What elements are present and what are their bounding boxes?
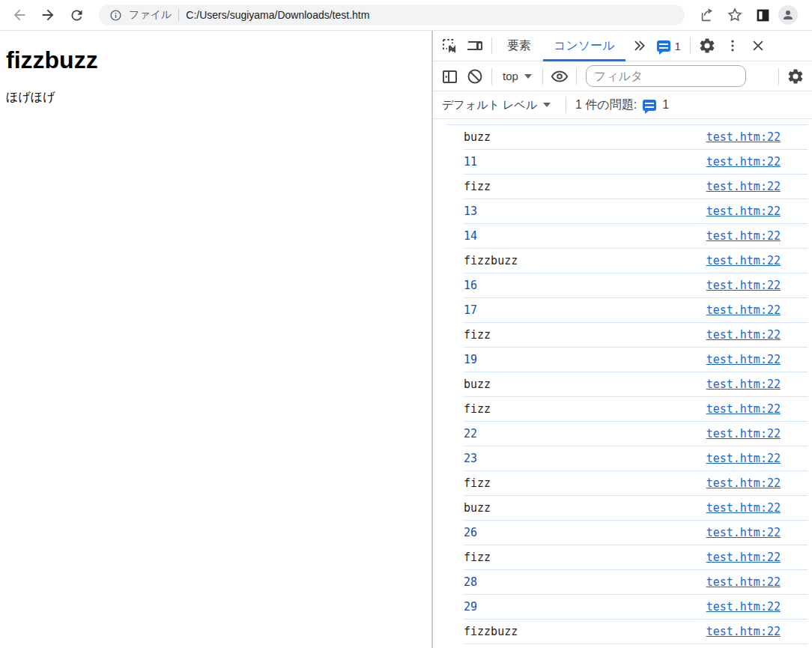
- devtools-menu-icon[interactable]: [721, 34, 745, 58]
- console-message[interactable]: 29: [464, 600, 477, 614]
- console-message[interactable]: 13: [464, 205, 477, 218]
- issues-summary[interactable]: 1 件の問題: 1: [575, 97, 669, 113]
- tab-elements[interactable]: 要素: [497, 31, 542, 61]
- tabbar-separator2: [690, 37, 691, 54]
- toolbar-separator2: [542, 68, 543, 85]
- console-source-link[interactable]: test.htm:22: [706, 526, 781, 539]
- devtools-close-icon[interactable]: [746, 34, 770, 58]
- inspect-element-icon[interactable]: [437, 34, 461, 58]
- devtools-settings-icon[interactable]: [695, 34, 719, 58]
- console-source-link[interactable]: test.htm:22: [706, 180, 781, 193]
- console-source-link[interactable]: test.htm:22: [706, 353, 781, 366]
- console-message[interactable]: 26: [464, 526, 477, 539]
- console-message[interactable]: fizz: [464, 180, 491, 193]
- console-message[interactable]: fizz: [464, 476, 491, 490]
- console-source-link[interactable]: test.htm:22: [706, 402, 781, 416]
- share-icon[interactable]: [695, 3, 719, 27]
- console-source-link[interactable]: test.htm:22: [706, 229, 781, 243]
- devtools-panel: 要素 コンソール 1: [431, 31, 812, 648]
- console-row: 16 test.htm:22: [464, 273, 808, 298]
- console-sidebar-icon[interactable]: [437, 64, 461, 88]
- console-source-link[interactable]: test.htm:22: [706, 575, 781, 589]
- console-source-link[interactable]: test.htm:22: [706, 551, 781, 564]
- console-message[interactable]: 14: [464, 229, 477, 243]
- console-message[interactable]: fizzbuzz: [464, 625, 518, 638]
- forward-icon[interactable]: [36, 3, 60, 27]
- address-bar[interactable]: ファイル C:/Users/sugiyama/Downloads/test.ht…: [99, 4, 685, 25]
- console-message[interactable]: buzz: [464, 501, 491, 515]
- console-message[interactable]: 28: [464, 575, 477, 589]
- console-source-link[interactable]: test.htm:22: [706, 254, 781, 267]
- issues-summary-label: 1 件の問題:: [575, 97, 637, 113]
- log-levels-select[interactable]: デフォルト レベル: [440, 98, 557, 112]
- console-source-link[interactable]: test.htm:22: [706, 205, 781, 218]
- back-icon[interactable]: [7, 3, 31, 27]
- console-message[interactable]: buzz: [464, 130, 491, 144]
- console-source-link[interactable]: test.htm:22: [706, 476, 781, 490]
- live-expression-eye-icon[interactable]: [548, 64, 572, 88]
- console-source-link[interactable]: test.htm:22: [706, 155, 781, 169]
- console-source-link[interactable]: test.htm:22: [706, 130, 781, 144]
- console-infobar: デフォルト レベル 1 件の問題: 1: [433, 91, 812, 119]
- console-row: 23 test.htm:22: [464, 446, 808, 471]
- console-source-link[interactable]: test.htm:22: [706, 303, 781, 317]
- console-message[interactable]: 17: [464, 303, 477, 317]
- bookmark-star-icon[interactable]: [723, 3, 747, 27]
- execution-context-select[interactable]: top: [497, 70, 538, 82]
- console-row: fizz test.htm:22: [464, 545, 808, 570]
- console-message[interactable]: 11: [464, 155, 477, 169]
- console-row: 19 test.htm:22: [464, 348, 808, 372]
- console-settings-icon[interactable]: [784, 64, 808, 88]
- console-source-link[interactable]: test.htm:22: [706, 328, 781, 342]
- context-label: top: [503, 70, 518, 82]
- chevron-down-icon: [543, 103, 551, 107]
- console-row: 22 test.htm:22: [464, 422, 808, 446]
- console-row: 14 test.htm:22: [464, 224, 808, 249]
- console-row: 29 test.htm:22: [464, 595, 808, 620]
- console-source-link[interactable]: test.htm:22: [706, 600, 781, 614]
- reload-icon[interactable]: [64, 3, 88, 27]
- clear-console-icon[interactable]: [463, 64, 487, 88]
- console-output[interactable]: buzz test.htm:22 11 test.htm:22 fizz tes…: [433, 119, 812, 648]
- issues-counter[interactable]: 1: [652, 40, 685, 52]
- tab-console[interactable]: コンソール: [543, 31, 625, 61]
- console-message[interactable]: fizz: [464, 402, 491, 416]
- toolbar-separator4: [778, 68, 779, 85]
- address-url[interactable]: C:/Users/sugiyama/Downloads/test.htm: [186, 9, 369, 21]
- console-message[interactable]: buzz: [464, 378, 491, 391]
- console-message[interactable]: 19: [464, 353, 477, 366]
- console-message[interactable]: 16: [464, 279, 477, 292]
- console-source-link[interactable]: test.htm:22: [706, 452, 781, 465]
- browser-window: ファイル C:/Users/sugiyama/Downloads/test.ht…: [0, 0, 812, 648]
- more-tabs-icon[interactable]: [627, 34, 651, 58]
- profile-avatar[interactable]: [778, 5, 798, 25]
- console-row: fizzbuzz test.htm:22: [464, 249, 808, 273]
- side-panel-icon[interactable]: [751, 3, 775, 27]
- console-message[interactable]: fizz: [464, 328, 491, 342]
- console-source-link[interactable]: test.htm:22: [706, 427, 781, 440]
- toolbar-separator3: [576, 68, 577, 85]
- console-row: fizz test.htm:22: [464, 175, 808, 199]
- console-row: fizz test.htm:22: [464, 323, 808, 348]
- console-source-link[interactable]: test.htm:22: [706, 501, 781, 515]
- console-row: 26 test.htm:22: [464, 521, 808, 545]
- console-message[interactable]: fizzbuzz: [464, 254, 518, 267]
- console-message[interactable]: 23: [464, 452, 477, 465]
- page-title: fizzbuzz: [6, 46, 425, 74]
- browser-menu-icon[interactable]: [802, 3, 812, 27]
- address-divider: [178, 9, 179, 21]
- console-message[interactable]: fizz: [464, 551, 491, 564]
- device-toolbar-icon[interactable]: [463, 34, 487, 58]
- console-source-link[interactable]: test.htm:22: [706, 625, 781, 638]
- console-filter-input[interactable]: [586, 65, 746, 87]
- console-row: 11 test.htm:22: [464, 150, 808, 175]
- console-source-link[interactable]: test.htm:22: [706, 279, 781, 292]
- page-info-icon[interactable]: [109, 9, 122, 22]
- console-source-link[interactable]: test.htm:22: [706, 378, 781, 391]
- console-row: buzz test.htm:22: [464, 372, 808, 397]
- console-message[interactable]: 22: [464, 427, 477, 440]
- console-row: fizz test.htm:22: [464, 397, 808, 422]
- console-row: fizzbuzz test.htm:22: [464, 620, 808, 644]
- issues-bubble-icon: [657, 40, 670, 52]
- console-row: 28 test.htm:22: [464, 570, 808, 595]
